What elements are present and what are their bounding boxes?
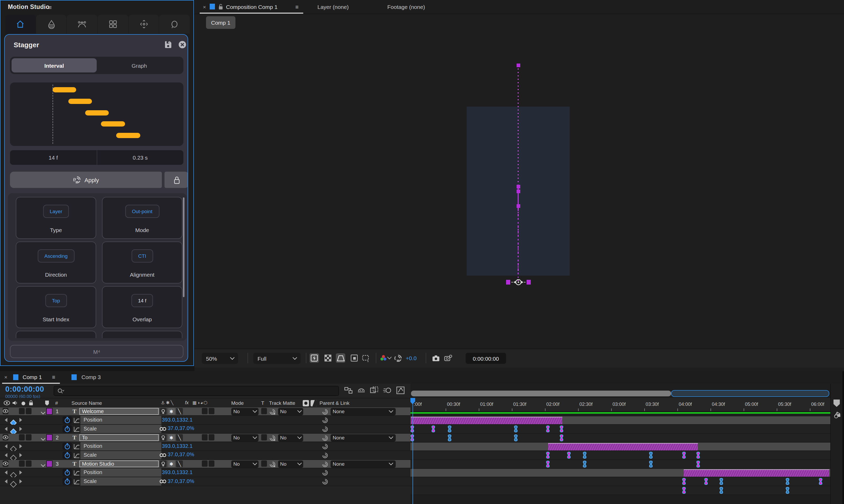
- tab-presets[interactable]: [98, 15, 128, 34]
- viewer-tab-menu[interactable]: ≡: [295, 4, 298, 10]
- parent-pickwhip-icon[interactable]: [322, 434, 328, 441]
- keyframe-easy-ease[interactable]: [696, 452, 701, 459]
- pan-behind-switch[interactable]: [160, 408, 167, 415]
- collapse-switch[interactable]: ✱: [168, 434, 175, 441]
- effect-switch[interactable]: [202, 461, 208, 467]
- viewer-tab-layer[interactable]: Layer (none): [317, 4, 349, 10]
- collapse-switch[interactable]: ✱: [168, 408, 175, 415]
- property-row-position[interactable]: Position393.0,1332.1: [0, 469, 410, 477]
- keyframe-point-mid[interactable]: [516, 204, 520, 208]
- property-row-scale[interactable]: Scale37.0,37.0%: [0, 451, 410, 460]
- track-row-layer[interactable]: [410, 416, 830, 425]
- solo-toggle[interactable]: [19, 434, 25, 440]
- keyframe-easy-ease[interactable]: [546, 425, 551, 433]
- eye-column-icon[interactable]: [4, 400, 10, 405]
- interval-frames-field[interactable]: 14 f: [10, 150, 97, 165]
- track-matte-dropdown[interactable]: No: [278, 434, 303, 441]
- quality-switch[interactable]: ╲: [176, 434, 183, 441]
- track-matte-dropdown[interactable]: No: [278, 461, 303, 468]
- keyframe-point-start[interactable]: [516, 64, 520, 67]
- property-value[interactable]: 37.0,37.0%: [168, 426, 194, 431]
- keyframe-easy-ease[interactable]: [514, 425, 518, 433]
- view-layout-button[interactable]: [361, 353, 371, 363]
- column-track-matte[interactable]: Track Matte: [269, 400, 295, 406]
- layer-name[interactable]: Welcome: [79, 408, 159, 415]
- graph-toggle-icon[interactable]: [73, 426, 80, 432]
- column-number[interactable]: #: [55, 400, 58, 406]
- pan-behind-switch[interactable]: [160, 434, 167, 441]
- solo-toggle[interactable]: [19, 461, 25, 467]
- track-row-scale[interactable]: [410, 486, 830, 495]
- exposure-value[interactable]: +0.0: [406, 355, 416, 361]
- property-row-position[interactable]: Position393.0,1332.1: [0, 416, 410, 425]
- stopwatch-icon[interactable]: [64, 452, 70, 459]
- property-value[interactable]: 393.0,1332.1: [162, 469, 193, 475]
- property-name[interactable]: Position: [81, 469, 161, 477]
- layer-duration-bar[interactable]: [548, 443, 698, 450]
- comp-marker-bin-icon[interactable]: [833, 399, 840, 407]
- timeline-tab-comp3[interactable]: Comp 3: [82, 374, 101, 380]
- expand-chevron[interactable]: [41, 410, 46, 414]
- stopwatch-icon[interactable]: [64, 417, 70, 424]
- keyframe-easy-ease[interactable]: [447, 434, 452, 442]
- stopwatch-icon[interactable]: [64, 426, 70, 433]
- footer-button[interactable]: M⁴: [10, 345, 184, 358]
- time-ruler[interactable]: :00f00:30f01:00f01:30f02:00f02:30f03:00f…: [410, 398, 830, 412]
- keyframe-easy-ease[interactable]: [818, 478, 823, 485]
- keyframe-easy-ease[interactable]: [719, 487, 724, 494]
- property-value[interactable]: 393.0,1332.1: [162, 443, 193, 449]
- resolution-dropdown[interactable]: Full: [253, 353, 300, 364]
- mode-value-button[interactable]: Out-point: [125, 205, 159, 218]
- comp-button-icon[interactable]: [833, 411, 841, 420]
- tab-search[interactable]: [159, 15, 190, 34]
- graph-toggle-icon[interactable]: [73, 417, 80, 423]
- layer-row[interactable]: 2TTo✱╲NoNoNone: [0, 433, 410, 442]
- shy-icon[interactable]: [357, 386, 365, 394]
- matte-pickwhip-icon[interactable]: [269, 461, 276, 468]
- current-time-display[interactable]: 0:00:00:00: [5, 385, 44, 393]
- matte-pickwhip-icon[interactable]: [269, 408, 276, 415]
- anchor-point-target[interactable]: [513, 277, 524, 288]
- pan-behind-switch[interactable]: [160, 461, 167, 467]
- composition-viewport[interactable]: [194, 30, 844, 348]
- motion-blur-switch[interactable]: [209, 461, 214, 467]
- layer-duration-bar[interactable]: [411, 417, 562, 424]
- track-matte-dropdown[interactable]: No: [278, 408, 303, 415]
- reset-exposure-button[interactable]: [393, 353, 402, 363]
- layer-name[interactable]: To: [79, 434, 159, 441]
- property-row-scale[interactable]: Scale37.0,37.0%: [0, 425, 410, 433]
- close-button[interactable]: [178, 40, 187, 49]
- parent-pickwhip-icon[interactable]: [322, 461, 328, 468]
- property-value[interactable]: 393.0,1332.1: [162, 417, 193, 422]
- blend-mode-dropdown[interactable]: No: [231, 461, 259, 468]
- timeline-tab-close[interactable]: ×: [4, 374, 7, 380]
- layer-duration-bar[interactable]: [684, 469, 829, 476]
- link-dimensions-icon[interactable]: [159, 426, 167, 432]
- lock-button[interactable]: [165, 172, 188, 188]
- fast-preview-button[interactable]: [310, 353, 319, 363]
- panel-menu-icon[interactable]: ≡: [48, 4, 52, 11]
- property-name[interactable]: Scale: [81, 477, 161, 485]
- keyframe-easy-ease[interactable]: [648, 461, 653, 468]
- keyframe-point-mid[interactable]: [516, 189, 520, 193]
- comp-breadcrumb-button[interactable]: Comp 1: [206, 16, 236, 29]
- audio-column-icon[interactable]: [12, 400, 18, 406]
- keyframe-indicator[interactable]: [10, 481, 17, 487]
- parent-link-dropdown[interactable]: None: [330, 434, 396, 441]
- start-index-value-button[interactable]: Top: [45, 294, 67, 307]
- property-pickwhip-icon[interactable]: [322, 443, 328, 450]
- layer-row[interactable]: 1TWelcome✱╲NoNoNone: [0, 407, 410, 416]
- property-name[interactable]: Scale: [81, 425, 161, 433]
- lock-toggle[interactable]: [26, 461, 32, 467]
- prev-keyframe-button[interactable]: [5, 471, 7, 475]
- prev-keyframe-button[interactable]: [5, 479, 7, 484]
- mini-flowchart-icon[interactable]: [344, 386, 352, 394]
- track-row-layer[interactable]: [410, 442, 830, 451]
- viewer-tab-composition[interactable]: Composition Comp 1: [226, 4, 277, 10]
- region-of-interest-button[interactable]: [336, 353, 345, 363]
- lock-toggle[interactable]: [26, 434, 32, 440]
- timeline-search-input[interactable]: [54, 386, 339, 396]
- motion-blur-switch[interactable]: [209, 408, 214, 414]
- blend-mode-dropdown[interactable]: No: [231, 408, 259, 415]
- property-pickwhip-icon[interactable]: [322, 452, 328, 459]
